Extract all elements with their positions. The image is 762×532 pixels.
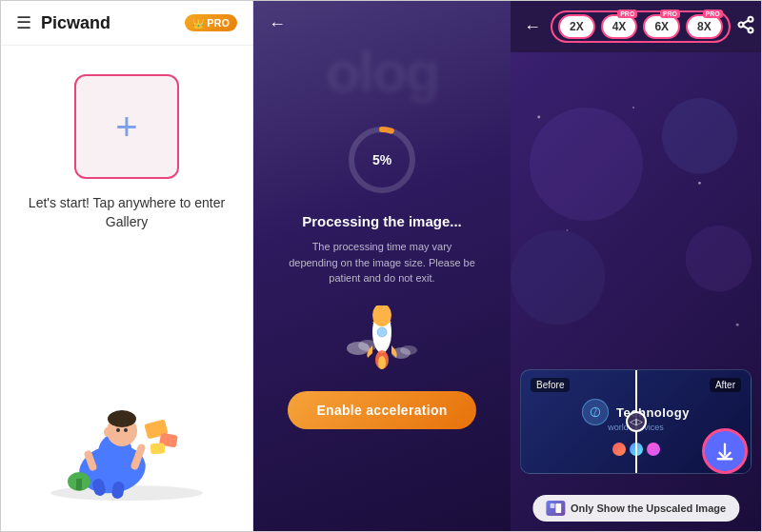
pro-tag-8x: PRO: [703, 10, 723, 18]
svg-point-37: [537, 115, 540, 118]
left-content: + Let's start! Tap anywhere to enterGall…: [1, 46, 252, 531]
enable-acceleration-button[interactable]: Enable acceleration: [288, 391, 475, 429]
before-label: Before: [531, 378, 570, 392]
right-panel: ← 2X 4XPRO 6XPRO 8XPRO: [511, 1, 761, 531]
scale-4x-button[interactable]: 4XPRO: [601, 14, 638, 39]
rocket-illustration: [344, 305, 420, 372]
download-button[interactable]: [702, 428, 748, 474]
progress-label: 5%: [372, 152, 391, 167]
svg-rect-45: [550, 503, 554, 508]
pro-tag-4x: PRO: [617, 10, 637, 18]
upload-plus-icon: +: [115, 108, 137, 146]
right-image-area: Before After Technology world Services: [511, 52, 761, 531]
processing-title: Processing the image...: [302, 213, 462, 229]
middle-panel: ← olog 5% Processing the image...: [253, 1, 511, 531]
svg-rect-46: [555, 503, 561, 513]
svg-point-25: [377, 327, 387, 337]
svg-point-41: [736, 324, 739, 326]
dot-1: [612, 443, 626, 456]
app-container: ☰ Picwand 👑 PRO + Let's start! Tap anywh…: [0, 0, 762, 532]
illustration-svg: [31, 379, 222, 502]
preview-handle[interactable]: ◁▷: [626, 411, 647, 432]
middle-back-button[interactable]: ←: [269, 14, 286, 34]
upscaled-label: Only Show the Upscaled Image: [571, 502, 726, 514]
scale-2x-button[interactable]: 2X: [558, 14, 595, 39]
svg-point-7: [116, 428, 120, 432]
left-illustration: [20, 379, 233, 512]
svg-point-6: [108, 410, 136, 427]
svg-point-35: [511, 230, 605, 325]
dot-3: [647, 443, 660, 456]
share-button[interactable]: [736, 15, 755, 38]
svg-point-8: [124, 428, 128, 432]
left-panel: ☰ Picwand 👑 PRO + Let's start! Tap anywh…: [1, 1, 253, 531]
tech-logo: [582, 399, 609, 425]
pro-label: PRO: [207, 17, 230, 29]
svg-point-38: [632, 107, 634, 108]
pro-badge: 👑 PRO: [185, 14, 237, 31]
right-back-button[interactable]: ←: [524, 17, 541, 37]
upscaled-icon: [546, 501, 565, 516]
svg-point-36: [686, 226, 752, 291]
progress-circle: 5%: [344, 122, 420, 198]
scale-8x-button[interactable]: 8XPRO: [686, 14, 723, 39]
svg-rect-12: [150, 443, 166, 454]
menu-icon[interactable]: ☰: [16, 12, 31, 33]
svg-point-40: [567, 229, 569, 231]
right-header: ← 2X 4XPRO 6XPRO 8XPRO: [511, 1, 761, 52]
left-header: ☰ Picwand 👑 PRO: [1, 1, 252, 46]
upload-label: Let's start! Tap anywhere to enterGaller…: [29, 194, 225, 231]
svg-point-16: [104, 427, 111, 437]
crown-icon: 👑: [192, 18, 204, 29]
processing-desc: The processing time may vary depending o…: [287, 239, 477, 286]
after-label: After: [710, 378, 741, 392]
upload-area[interactable]: +: [74, 74, 179, 179]
svg-point-34: [662, 98, 737, 173]
svg-point-33: [530, 108, 643, 221]
svg-line-31: [743, 26, 749, 29]
scale-buttons-group: 2X 4XPRO 6XPRO 8XPRO: [551, 10, 731, 43]
middle-content: 5% Processing the image... The processin…: [253, 20, 511, 531]
svg-point-27: [378, 356, 386, 369]
svg-point-22: [400, 345, 417, 355]
upscaled-bar[interactable]: Only Show the Upscaled Image: [532, 495, 739, 522]
svg-point-39: [698, 182, 701, 185]
svg-line-32: [743, 20, 749, 23]
scale-6x-button[interactable]: 6XPRO: [643, 14, 680, 39]
pro-tag-6x: PRO: [660, 10, 680, 18]
app-title: Picwand: [41, 13, 175, 33]
svg-rect-15: [76, 479, 82, 490]
